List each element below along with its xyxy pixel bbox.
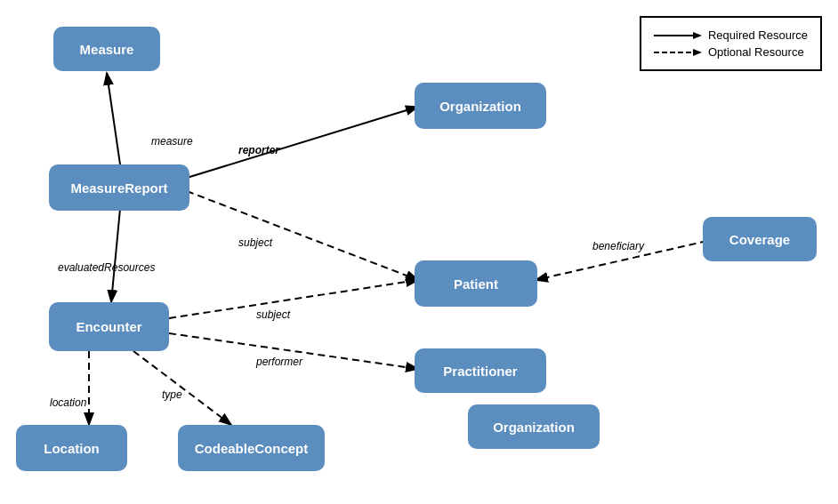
node-codeable-concept: CodeableConcept	[178, 425, 325, 471]
svg-line-3	[111, 209, 120, 302]
node-measure-report: MeasureReport	[49, 164, 189, 211]
legend-optional-label: Optional Resource	[708, 45, 804, 59]
label-reporter: reporter	[238, 144, 279, 156]
legend-required-label: Required Resource	[708, 28, 808, 42]
svg-line-2	[187, 191, 418, 280]
diagram: Measure MeasureReport Encounter Location…	[0, 0, 838, 504]
node-coverage: Coverage	[703, 217, 817, 261]
legend-optional: Optional Resource	[654, 45, 808, 59]
legend: Required Resource Optional Resource	[640, 16, 822, 71]
legend-required: Required Resource	[654, 28, 808, 42]
label-subject-measurereport: subject	[238, 236, 272, 249]
label-measure: measure	[151, 135, 193, 148]
label-evaluated-resources: evaluatedResources	[58, 261, 155, 274]
node-practitioner: Practitioner	[415, 348, 546, 393]
svg-marker-12	[693, 49, 702, 56]
node-organization1: Organization	[415, 83, 546, 129]
label-beneficiary: beneficiary	[592, 240, 644, 252]
svg-marker-10	[693, 32, 702, 39]
node-encounter: Encounter	[49, 302, 169, 351]
svg-line-4	[169, 280, 418, 318]
svg-line-7	[133, 351, 231, 425]
node-organization2: Organization	[468, 404, 600, 449]
svg-line-0	[107, 73, 120, 164]
label-subject-encounter: subject	[256, 308, 290, 321]
node-patient: Patient	[415, 260, 537, 307]
label-type: type	[162, 388, 182, 401]
label-location: location	[50, 396, 86, 409]
node-measure: Measure	[53, 27, 160, 71]
label-performer: performer	[256, 356, 302, 368]
svg-line-1	[187, 107, 418, 178]
node-location: Location	[16, 425, 127, 471]
